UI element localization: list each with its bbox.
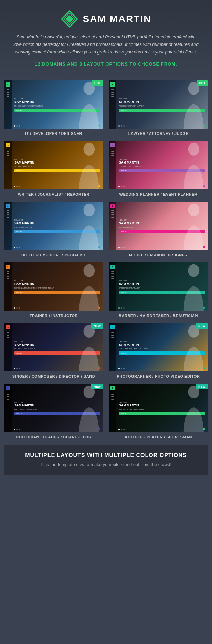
badge-it: HOT (92, 80, 103, 86)
brand-name: SAM MARTIN (83, 13, 151, 24)
mini-nav-2 (7, 212, 9, 213)
card-bg-lawyer: S HELLO I'M SAM MARTIN ASSOCIATE / FAMIL… (109, 80, 208, 129)
card-bg-wedding: S HELLO I'M SAM MARTIN LEAD WEDDING PLAN… (109, 141, 208, 189)
svg-point-5 (84, 143, 95, 156)
card-label-politician: POLITICIAN / LEADER / CHANCELLOR (16, 435, 92, 439)
card-lawyer[interactable]: S HELLO I'M SAM MARTIN ASSOCIATE / FAMIL… (109, 80, 208, 136)
dot-2 (123, 429, 125, 430)
mini-person-barber (153, 262, 208, 311)
card-thumb-doctor: S HELLO I'M SAM MARTIN ASSOCIATE DOCTOR … (4, 202, 103, 250)
mini-nav-2 (111, 212, 114, 213)
dot-2 (19, 186, 20, 187)
mini-sidebar-photographer: S (109, 323, 116, 371)
mini-nav-1 (7, 332, 9, 333)
dot-active (118, 307, 120, 309)
mini-nav-5 (7, 96, 9, 97)
card-trainer[interactable]: S HELLO I'M SAM MARTIN PERSONAL TRAINER … (4, 262, 103, 318)
mini-nav-4 (111, 398, 114, 398)
card-thumb-lawyer: S HELLO I'M SAM MARTIN ASSOCIATE / FAMIL… (109, 80, 208, 129)
dot-1 (121, 125, 122, 127)
card-bg-photographer: S HELLO I'M SAM MARTIN PROFESSIONAL PHOT… (109, 323, 208, 371)
card-bg-writer: S HELLO I'M SAM MARTIN AFFILIATE BLOGGER… (4, 141, 103, 189)
card-athlete[interactable]: S HELLO I'M SAM MARTIN PROFESSIONAL SPOR… (109, 384, 208, 439)
card-model[interactable]: S HELLO I'M SAM MARTIN FASHION MODEL HIR… (109, 202, 208, 257)
dot-2 (19, 247, 20, 248)
card-bg-model: S HELLO I'M SAM MARTIN FASHION MODEL HIR… (109, 202, 208, 250)
mini-logo-trainer: S (6, 265, 10, 269)
mini-nav-1 (7, 89, 9, 90)
card-barber[interactable]: S HELLO I'M SAM MARTIN BARBERSHOP MANAGE… (109, 262, 208, 318)
mini-nav-2 (111, 91, 114, 91)
mini-person-model (153, 202, 208, 250)
mini-logo-singer: S (6, 325, 10, 329)
mini-nav-2 (7, 91, 9, 91)
mini-person-photographer (153, 323, 208, 371)
card-thumb-politician: S HELLO I'M SAM MARTIN FIRST PARTY COMMA… (4, 384, 103, 432)
mini-person-trainer (49, 262, 103, 311)
mini-nav-1 (7, 271, 9, 272)
card-label-writer: WRITER / JOURNALIST / REPORTER (18, 192, 89, 196)
dot-2 (123, 125, 125, 127)
mini-person-doctor (49, 202, 103, 250)
mini-logo-model: S (110, 204, 115, 208)
svg-point-6 (188, 143, 200, 156)
card-label-photographer: PHOTOGRAPHER / PHOTO-VIDEO EDITOR (117, 374, 200, 378)
badge-politician: NEW (91, 384, 103, 389)
dot-active (14, 307, 15, 309)
mini-sidebar-writer: S (4, 141, 12, 189)
dot-active (118, 247, 120, 248)
card-doctor[interactable]: S HELLO I'M SAM MARTIN ASSOCIATE DOCTOR … (4, 202, 103, 257)
card-label-lawyer: LAWYER / ATTORNEY / JUDGE (128, 131, 189, 136)
mini-nav-2 (7, 334, 9, 334)
mini-nav-3 (111, 275, 114, 275)
card-thumb-model: S HELLO I'M SAM MARTIN FASHION MODEL HIR… (109, 202, 208, 250)
dot-2 (123, 186, 125, 187)
mini-nav-5 (7, 278, 9, 279)
mini-nav-4 (111, 155, 114, 156)
dot-1 (121, 429, 122, 430)
mini-dots-wedding (118, 186, 125, 187)
mini-sidebar-politician: S (4, 384, 12, 432)
card-wedding[interactable]: S HELLO I'M SAM MARTIN LEAD WEDDING PLAN… (109, 141, 208, 196)
mini-nav-1 (111, 150, 114, 150)
mini-sidebar-it: S (4, 80, 12, 129)
mini-logo-writer: S (6, 143, 10, 147)
mini-logo-lawyer: S (110, 82, 115, 87)
logo-icon (61, 10, 78, 28)
card-thumb-trainer: S HELLO I'M SAM MARTIN PERSONAL TRAINER … (4, 262, 103, 311)
mini-nav-5 (7, 399, 9, 400)
card-label-trainer: TRAINER / INSTRUCTOR (30, 314, 78, 318)
mini-nav-2 (7, 273, 9, 274)
svg-point-8 (188, 204, 200, 216)
mini-nav-2 (111, 394, 114, 395)
card-writer[interactable]: S HELLO I'M SAM MARTIN AFFILIATE BLOGGER… (4, 141, 103, 196)
dot-2 (123, 247, 125, 248)
card-bg-singer: S HELLO I'M SAM MARTIN PROFESSIONAL SING… (4, 323, 103, 371)
badge-photographer: NEW (196, 323, 208, 329)
card-singer[interactable]: S HELLO I'M SAM MARTIN PROFESSIONAL SING… (4, 323, 103, 378)
card-label-it: IT / DEVELOPER / DESIGNER (25, 131, 82, 136)
mini-sidebar-doctor: S (4, 202, 12, 250)
dot-2 (123, 368, 125, 369)
card-bg-trainer: S HELLO I'M SAM MARTIN PERSONAL TRAINER … (4, 262, 103, 311)
mini-nav-5 (111, 157, 114, 157)
dot-1 (121, 247, 122, 248)
mini-nav-3 (7, 275, 9, 275)
dot-2 (19, 368, 20, 369)
mini-person-singer (49, 323, 103, 371)
card-photographer[interactable]: S HELLO I'M SAM MARTIN PROFESSIONAL PHOT… (109, 323, 208, 378)
mini-person-lawyer (153, 80, 208, 129)
bottom-section: MULTIPLE LAYOUTS WITH MULTIPLE COLOR OPT… (4, 445, 208, 475)
mini-sidebar-lawyer: S (109, 80, 116, 129)
dot-1 (16, 307, 18, 309)
dot-2 (19, 307, 20, 309)
mini-nav-3 (7, 335, 9, 336)
dot-active (14, 125, 15, 127)
card-politician[interactable]: S HELLO I'M SAM MARTIN FIRST PARTY COMMA… (4, 384, 103, 439)
mini-logo-barber: S (110, 265, 115, 269)
mini-nav-4 (7, 276, 9, 277)
mini-sidebar-trainer: S (4, 262, 12, 311)
badge-singer: NEW (91, 323, 103, 329)
card-it[interactable]: S HELLO I'M SAM MARTIN IT / DESIGNER / W… (4, 80, 103, 136)
dot-active (118, 368, 120, 369)
